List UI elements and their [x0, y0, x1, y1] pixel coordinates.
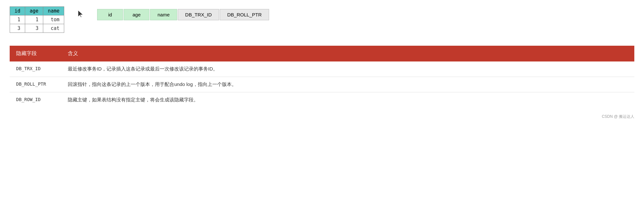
ref-table-row: DB_TRX_ID最近修改事务ID，记录插入这条记录或最后一次修改该记录的事务I… [10, 61, 634, 77]
table-cell-name: cat [43, 24, 64, 33]
ref-table-row: DB_ROLL_PTR回滚指针，指向这条记录的上一个版本，用于配合undo lo… [10, 77, 634, 92]
col-header-age: age [25, 7, 43, 15]
table-cell-age: 1 [25, 15, 43, 24]
ref-field-meaning: 回滚指针，指向这条记录的上一个版本，用于配合undo log，指向上一个版本。 [61, 77, 634, 92]
table-cell-name: tom [43, 15, 64, 24]
col-db-roll-ptr: DB_ROLL_PTR [220, 9, 269, 20]
table-row: 11tom [10, 15, 64, 24]
footer: CSDN @ 搬运达人 [10, 114, 634, 119]
table-cell-age: 3 [25, 24, 43, 33]
ref-table-col2-header: 含义 [61, 46, 634, 61]
ref-table-col1-header: 隐藏字段 [10, 46, 61, 61]
footer-text: CSDN @ 搬运达人 [602, 114, 634, 119]
column-headers-group: id age name DB_TRX_ID DB_ROLL_PTR [97, 6, 269, 20]
reference-table: 隐藏字段 含义 DB_TRX_ID最近修改事务ID，记录插入这条记录或最后一次修… [10, 46, 634, 108]
col-name: name [150, 9, 177, 20]
cursor-icon [77, 6, 84, 18]
ref-field-name: DB_ROW_ID [10, 92, 61, 108]
table-cell-id: 3 [10, 24, 25, 33]
col-age: age [124, 9, 149, 20]
ref-table-row: DB_ROW_ID隐藏主键，如果表结构没有指定主键，将会生成该隐藏字段。 [10, 92, 634, 108]
ref-field-meaning: 隐藏主键，如果表结构没有指定主键，将会生成该隐藏字段。 [61, 92, 634, 108]
col-db-trx-id: DB_TRX_ID [178, 9, 219, 20]
table-row: 33cat [10, 24, 64, 33]
ref-field-name: DB_ROLL_PTR [10, 77, 61, 92]
col-header-id: id [10, 7, 25, 15]
ref-field-name: DB_TRX_ID [10, 61, 61, 77]
table-cell-id: 1 [10, 15, 25, 24]
small-db-table: id age name 11tom33cat [10, 6, 64, 33]
col-header-name: name [43, 7, 64, 15]
col-id: id [97, 9, 123, 20]
top-section: id age name 11tom33cat id age name DB_TR… [10, 6, 634, 33]
ref-field-meaning: 最近修改事务ID，记录插入这条记录或最后一次修改该记录的事务ID。 [61, 61, 634, 77]
